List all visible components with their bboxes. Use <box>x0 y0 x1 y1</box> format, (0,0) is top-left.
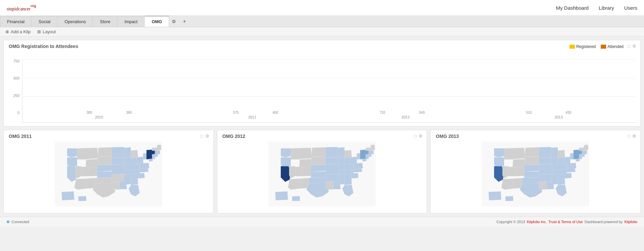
chart-comment-icon[interactable]: □ <box>628 44 630 49</box>
maps-row: OMG 2011 □ ⚙ <box>3 130 641 213</box>
chart-body: 750 500 250 0 380 <box>9 59 635 123</box>
state-mt-2013 <box>504 148 525 159</box>
bar-registered-2011-label: 575 <box>233 111 239 114</box>
state-ga-2013 <box>558 173 565 185</box>
nav-library[interactable]: Library <box>599 5 614 11</box>
state-il <box>125 157 131 165</box>
bars-area: 380 380 575 <box>22 59 635 123</box>
year-labels-row: 2010 2011 2012 2013 <box>22 115 635 122</box>
state-ks <box>97 171 113 178</box>
state-ia <box>112 157 125 165</box>
tab-social[interactable]: Social <box>32 16 57 27</box>
map-card-icons-2012: □ ⚙ <box>414 134 423 139</box>
state-nd-2013 <box>525 147 539 157</box>
state-wa <box>67 148 77 157</box>
map-svg-container-2013 <box>436 142 635 210</box>
map-comment-icon-2012[interactable]: □ <box>414 134 417 139</box>
tab-gear-button[interactable]: ⚙ <box>169 17 179 26</box>
state-mi-2013 <box>558 150 565 158</box>
state-ne-2012 <box>311 164 327 172</box>
nav-my-dashboard[interactable]: My Dashboard <box>556 5 589 11</box>
tab-add-button[interactable]: + <box>179 16 190 27</box>
state-hi-2012 <box>292 196 300 201</box>
footer-brand-link[interactable]: Klipfolio <box>624 220 637 224</box>
year-label-2010: 2010 <box>22 115 176 122</box>
map-card-2013: OMG 2013 □ ⚙ <box>430 130 641 213</box>
map-gear-icon-2011[interactable]: ⚙ <box>205 134 209 139</box>
map-card-icons-2011: □ ⚙ <box>201 134 209 139</box>
tab-operations[interactable]: Operations <box>57 16 93 27</box>
footer-powered-text: Dashboard powered by <box>585 220 623 224</box>
state-ut-2013 <box>509 167 516 176</box>
footer-klipfolio-link[interactable]: Klipfolio Inc. <box>527 220 547 224</box>
state-md-2013 <box>576 159 580 162</box>
state-mn <box>112 147 124 158</box>
state-nh <box>155 147 158 151</box>
year-label-2013: 2013 <box>482 115 635 122</box>
bar-attended-2012-label: 540 <box>419 111 425 114</box>
connected-label: Connected <box>11 220 29 224</box>
state-mo-2013 <box>539 164 553 175</box>
footer-trust-link[interactable]: Trust & Terms of Use <box>548 220 583 224</box>
chart-card-icons: □ ⚙ <box>628 44 636 49</box>
state-ia-2013 <box>539 157 552 165</box>
tab-impact[interactable]: Impact <box>117 16 145 27</box>
map-card-2012: OMG 2012 □ ⚙ <box>217 130 427 213</box>
map-gear-icon-2013[interactable]: ⚙ <box>632 134 636 139</box>
state-hi-2013 <box>505 196 514 201</box>
state-ga <box>131 173 138 185</box>
main-content: OMG Registration to Attendees □ ⚙ Regist… <box>0 37 644 217</box>
map-gear-icon-2012[interactable]: ⚙ <box>419 134 423 139</box>
state-wi-2012 <box>338 147 345 158</box>
state-nh-2013 <box>582 147 585 151</box>
layout-button[interactable]: ⊞ Layout <box>37 29 56 34</box>
state-al-2013 <box>551 174 558 185</box>
state-wa-2012 <box>281 148 291 157</box>
bar-group-2011: 575 400 <box>182 59 329 115</box>
legend-registered-color <box>570 45 575 49</box>
state-ne-2013 <box>524 164 540 172</box>
copyright-text: Copyright © 2013 <box>496 220 525 224</box>
nav-users[interactable]: Users <box>624 5 637 11</box>
state-ma-2012 <box>368 150 374 154</box>
logo-sup: org <box>31 3 36 8</box>
state-mt <box>77 148 98 159</box>
bar-registered-2010-label: 380 <box>87 111 92 114</box>
bar-chart-card: OMG Registration to Attendees □ ⚙ Regist… <box>3 40 641 127</box>
logo-text: stupidcancer <box>7 6 31 11</box>
add-klip-button[interactable]: ⊕ Add a Klip <box>5 29 31 34</box>
bar-registered-2012-wrapper: 720 <box>364 111 401 115</box>
state-ia-2012 <box>325 157 339 165</box>
legend-attended-label: Attended <box>607 44 624 49</box>
state-oh <box>137 157 144 164</box>
state-al <box>124 174 131 185</box>
state-nd <box>98 147 112 157</box>
footer-copyright: Copyright © 2013 Klipfolio Inc. Trust & … <box>496 220 637 224</box>
state-me-2013 <box>584 145 588 150</box>
tab-financial[interactable]: Financial <box>0 16 32 27</box>
header: stupidcancerorg My Dashboard Library Use… <box>0 0 644 16</box>
state-ma-2013 <box>582 150 587 154</box>
state-al-2012 <box>338 174 345 185</box>
state-vt-2012 <box>366 148 369 151</box>
map-comment-icon-2013[interactable]: □ <box>628 134 630 139</box>
state-wi-2013 <box>551 147 558 158</box>
map-svg-container-2012 <box>222 142 422 210</box>
map-title-2013: OMG 2013 <box>436 134 635 139</box>
add-klip-icon: ⊕ <box>5 29 9 34</box>
legend-registered: Registered <box>570 44 596 49</box>
state-ks-2012 <box>311 171 327 178</box>
state-hi <box>78 196 86 201</box>
state-mo-2012 <box>325 164 339 175</box>
chart-gear-icon[interactable]: ⚙ <box>632 44 636 49</box>
state-md-2012 <box>362 159 366 162</box>
state-mo <box>112 164 126 175</box>
tab-omg[interactable]: OMG <box>145 16 169 27</box>
map-title-2011: OMG 2011 <box>9 134 208 139</box>
tab-store[interactable]: Store <box>93 16 117 27</box>
bar-attended-2010-wrapper: 380 <box>110 111 147 115</box>
map-comment-icon-2011[interactable]: □ <box>201 134 203 139</box>
map-title-2012: OMG 2012 <box>222 134 422 139</box>
state-sc <box>138 173 145 179</box>
bar-attended-2010-label: 380 <box>126 111 132 114</box>
